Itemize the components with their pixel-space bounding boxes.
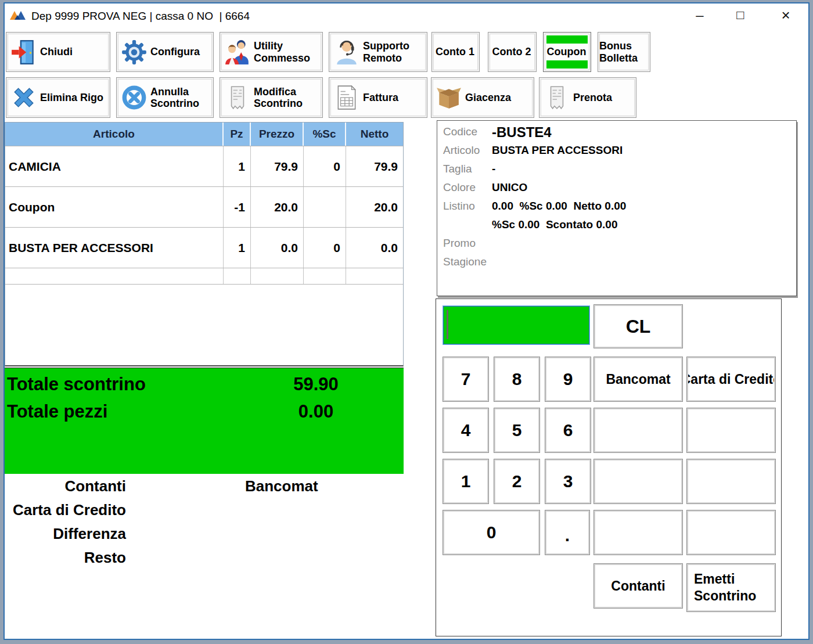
clear-button[interactable]: CL — [594, 305, 682, 348]
conto-2-button[interactable]: Conto 2 — [488, 32, 537, 72]
empty-button[interactable] — [687, 459, 775, 503]
totale-scontrino-label: Totale scontrino — [7, 374, 146, 395]
stagione-label: Stagione — [443, 254, 492, 268]
coupon-green-bar-top — [546, 35, 588, 44]
table-row[interactable]: Coupon -1 20.0 20.0 — [5, 187, 403, 228]
app-logo-icon — [9, 8, 27, 22]
articolo-value: BUSTA PER ACCESSORI — [492, 143, 623, 157]
cell-pz: 1 — [224, 228, 251, 268]
listino-spacer — [443, 217, 492, 218]
cell-netto: 0.0 — [346, 228, 403, 268]
digit-1-button[interactable]: 1 — [443, 459, 488, 503]
taglia-value: - — [492, 161, 495, 175]
cell-prezzo — [251, 268, 304, 284]
prenota-button[interactable]: Prenota — [539, 77, 636, 118]
minimize-icon[interactable]: – — [687, 5, 713, 26]
digit-9-button[interactable]: 9 — [545, 357, 591, 401]
table-row-empty[interactable] — [5, 268, 403, 285]
prenota-label: Prenota — [573, 92, 612, 103]
fattura-label: Fattura — [363, 92, 398, 103]
door-icon — [10, 38, 38, 66]
col-header-netto: Netto — [346, 123, 403, 146]
coupon-button[interactable]: Coupon — [543, 32, 591, 72]
pos-application: Dep 9999 PROVA NEG | cassa 0 NO | 6664 –… — [0, 0, 813, 644]
supporto-remoto-button[interactable]: Supporto Remoto — [329, 32, 427, 72]
modifica-scontrino-button[interactable]: Modifica Scontrino — [220, 77, 323, 118]
close-icon[interactable]: × — [773, 5, 798, 26]
listino-value-2: %Sc 0.00 Scontato 0.00 — [492, 217, 618, 231]
empty-button[interactable] — [594, 510, 682, 555]
utility-commesso-label: Utility Commesso — [254, 40, 320, 63]
col-header-articolo: Articolo — [5, 123, 224, 146]
amount-input[interactable] — [443, 306, 589, 344]
emetti-scontrino-button[interactable]: Emetti Scontrino — [687, 564, 775, 611]
conto-1-button[interactable]: Conto 1 — [431, 32, 480, 72]
colore-label: Colore — [443, 180, 492, 194]
conto-1-label: Conto 1 — [436, 46, 474, 57]
giacenza-button[interactable]: Giacenza — [431, 77, 534, 118]
table-row[interactable]: CAMICIA 1 79.9 0 79.9 — [5, 146, 403, 187]
coupon-label: Coupon — [547, 46, 587, 57]
empty-button[interactable] — [594, 408, 682, 452]
configura-button[interactable]: Configura — [116, 32, 214, 72]
listino-label: Listino — [443, 199, 492, 213]
digit-4-button[interactable]: 4 — [443, 408, 488, 452]
taglia-label: Taglia — [443, 161, 492, 175]
digit-2-button[interactable]: 2 — [494, 459, 539, 503]
cell-articolo: Coupon — [5, 187, 224, 227]
decimal-point-button[interactable]: . — [545, 510, 589, 555]
cell-sc: 0 — [304, 146, 346, 186]
coupon-green-bar-bottom — [546, 60, 588, 69]
cell-pz — [224, 268, 251, 284]
window-title: Dep 9999 PROVA NEG | cassa 0 NO | 6664 — [31, 10, 250, 23]
totale-pezzi-value: 0.00 — [249, 401, 383, 422]
cross-icon — [10, 84, 38, 111]
promo-label: Promo — [443, 236, 492, 250]
items-table-header: Articolo Pz Prezzo %Sc Netto — [5, 123, 403, 146]
cell-netto: 20.0 — [346, 187, 403, 227]
annulla-scontrino-button[interactable]: Annulla Scontrino — [116, 77, 214, 118]
digit-7-button[interactable]: 7 — [443, 357, 488, 401]
cell-articolo — [5, 268, 224, 284]
cell-sc: 0 — [304, 228, 346, 268]
resto-label: Resto — [0, 549, 126, 567]
bonus-bolletta-button[interactable]: Bonus Bolletta — [598, 32, 650, 72]
elimina-rigo-label: Elimina Rigo — [40, 92, 103, 103]
digit-8-button[interactable]: 8 — [494, 357, 539, 401]
cell-sc — [304, 268, 346, 284]
empty-button[interactable] — [594, 459, 682, 503]
empty-button[interactable] — [687, 510, 775, 555]
cell-articolo: BUSTA PER ACCESSORI — [5, 228, 224, 268]
chiudi-button[interactable]: Chiudi — [6, 32, 110, 72]
cell-sc — [304, 187, 346, 227]
bancomat-button[interactable]: Bancomat — [594, 357, 682, 401]
bonus-bolletta-label: Bonus Bolletta — [599, 40, 647, 63]
article-detail-panel: Codice -BUSTE4 Articolo BUSTA PER ACCESS… — [437, 120, 797, 296]
elimina-rigo-button[interactable]: Elimina Rigo — [6, 77, 110, 118]
contanti-button[interactable]: Contanti — [594, 564, 682, 608]
codice-value: -BUSTE4 — [492, 124, 552, 141]
cell-pz: 1 — [224, 146, 251, 186]
totale-pezzi-label: Totale pezzi — [7, 401, 107, 422]
box-icon — [435, 84, 463, 111]
fattura-button[interactable]: Fattura — [329, 77, 427, 118]
digit-6-button[interactable]: 6 — [545, 408, 591, 452]
col-header-prezzo: Prezzo — [251, 123, 304, 146]
text-cursor — [447, 310, 448, 339]
codice-label: Codice — [443, 124, 492, 138]
items-table: Articolo Pz Prezzo %Sc Netto CAMICIA 1 7… — [5, 122, 404, 366]
chiudi-label: Chiudi — [40, 46, 73, 57]
col-header-sc: %Sc — [304, 123, 346, 146]
table-row[interactable]: BUSTA PER ACCESSORI 1 0.0 0 0.0 — [5, 228, 403, 268]
digit-3-button[interactable]: 3 — [545, 459, 591, 503]
cell-prezzo: 20.0 — [251, 187, 304, 227]
utility-commesso-button[interactable]: Utility Commesso — [220, 32, 323, 72]
configura-label: Configura — [150, 46, 200, 57]
digit-5-button[interactable]: 5 — [494, 408, 539, 452]
receipt-icon — [543, 84, 571, 111]
maximize-icon[interactable]: □ — [728, 5, 753, 26]
digit-0-button[interactable]: 0 — [443, 510, 539, 555]
carta-di-credito-button[interactable]: Carta di Credito — [687, 357, 775, 401]
listino-value: 0.00 %Sc 0.00 Netto 0.00 — [492, 199, 626, 213]
empty-button[interactable] — [687, 408, 775, 452]
